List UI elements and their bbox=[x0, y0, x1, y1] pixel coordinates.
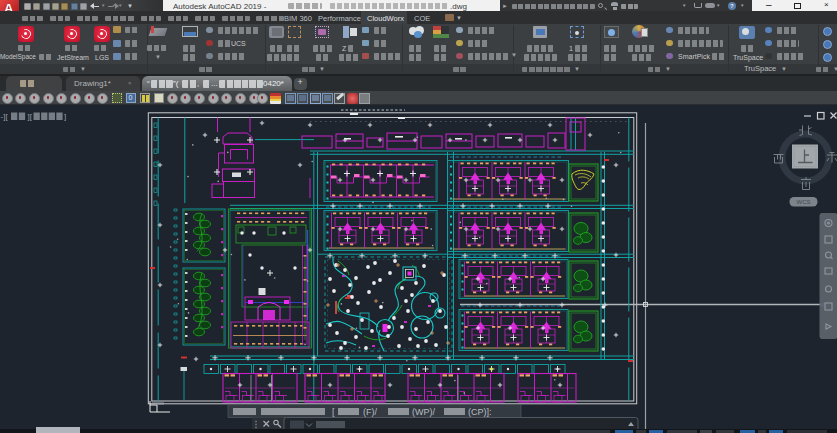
svg-text:(WP)/: (WP)/ bbox=[412, 407, 435, 417]
svg-text:][: ][ bbox=[28, 112, 33, 121]
svg-text:-][: -][ bbox=[1, 112, 9, 121]
svg-text:WCS: WCS bbox=[797, 199, 811, 205]
svg-text:(CP)]:: (CP)]: bbox=[468, 407, 492, 417]
svg-text:(F)/: (F)/ bbox=[363, 407, 377, 417]
svg-text:]: ] bbox=[64, 112, 66, 121]
